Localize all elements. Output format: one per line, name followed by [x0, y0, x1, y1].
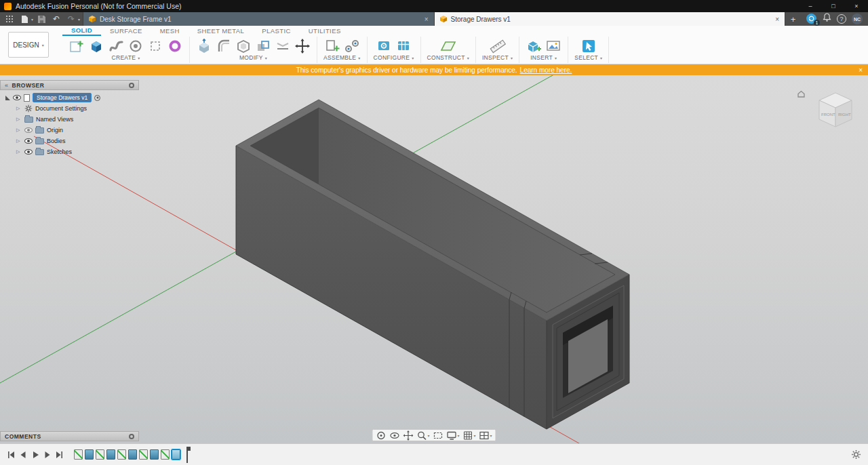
browser-item-label[interactable]: Bodies [47, 138, 66, 144]
home-view-icon[interactable] [797, 89, 806, 101]
activate-component-radio[interactable] [94, 95, 100, 101]
timeline-feature-extrude[interactable] [85, 449, 94, 460]
help-icon[interactable]: ? [837, 14, 846, 24]
timeline-play-button[interactable] [30, 449, 40, 460]
pan-icon[interactable] [401, 430, 414, 441]
coil-icon[interactable] [167, 38, 183, 54]
measure-icon[interactable] [490, 38, 506, 54]
joint-icon[interactable] [344, 38, 360, 54]
redo-caret-icon[interactable]: ▾ [78, 17, 80, 22]
group-label[interactable]: ASSEMBLE [323, 54, 356, 61]
group-label[interactable]: CREATE [112, 54, 136, 61]
workspace-selector[interactable]: DESIGN ▾ [8, 32, 49, 58]
comments-header[interactable]: COMMENTS [0, 431, 139, 441]
save-icon[interactable] [35, 13, 48, 25]
tab-solid[interactable]: SOLID [62, 26, 101, 36]
expander-icon[interactable]: ▷ [16, 127, 22, 133]
timeline-settings-gear-icon[interactable] [851, 449, 861, 462]
tab-plastic[interactable]: PLASTIC [253, 26, 299, 36]
create-sketch-icon[interactable] [68, 38, 85, 54]
document-tab-desk-storage-frame[interactable]: Desk Storage Frame v1 × [83, 12, 433, 26]
expander-icon[interactable]: ▷ [16, 149, 22, 155]
timeline-step-back-button[interactable] [18, 449, 28, 460]
undo-icon[interactable]: ↶ [50, 13, 63, 25]
tab-utilities[interactable]: UTILITIES [300, 26, 350, 36]
visibility-eye-icon[interactable] [13, 95, 21, 100]
browser-header[interactable]: « BROWSER [0, 80, 139, 90]
browser-item-bodies[interactable]: ▷ Bodies [0, 136, 139, 146]
expander-icon[interactable]: ▷ [16, 138, 22, 144]
timeline-go-to-start-button[interactable] [5, 449, 16, 460]
timeline-feature-sketch[interactable] [74, 449, 83, 460]
maximize-button[interactable]: □ [822, 0, 845, 12]
tab-close-icon[interactable]: × [425, 16, 429, 23]
box-primitive-icon[interactable] [147, 38, 163, 54]
zoom-icon[interactable]: ▾ [415, 430, 431, 441]
browser-item-origin[interactable]: ▷ Origin [0, 125, 139, 136]
combine-icon[interactable] [255, 38, 271, 54]
timeline-feature-sketch[interactable] [161, 449, 170, 460]
extrude-icon[interactable] [88, 38, 104, 54]
file-menu-icon[interactable] [18, 13, 31, 25]
orbit-icon[interactable] [374, 430, 387, 441]
redo-icon[interactable]: ↷ [64, 13, 78, 25]
timeline-feature-sketch[interactable] [96, 449, 104, 460]
panel-handle-icon[interactable] [129, 434, 134, 439]
browser-item-named-views[interactable]: ▷ Named Views [0, 114, 139, 125]
shell-icon[interactable] [235, 38, 252, 54]
revolve-icon[interactable] [127, 38, 144, 54]
visibility-eye-icon[interactable] [24, 127, 33, 133]
display-settings-icon[interactable]: ▾ [445, 430, 460, 441]
timeline-go-to-end-button[interactable] [54, 449, 64, 460]
tab-close-icon[interactable]: × [775, 16, 779, 23]
sweep-icon[interactable] [108, 38, 124, 54]
move-copy-icon[interactable] [294, 38, 311, 54]
select-cursor-icon[interactable] [580, 38, 597, 54]
timeline-feature-extrude[interactable] [128, 449, 137, 460]
panel-handle-icon[interactable] [129, 83, 134, 88]
timeline-feature-extrude[interactable] [106, 449, 115, 460]
tab-surface[interactable]: SURFACE [101, 26, 151, 36]
group-label[interactable]: INSERT [530, 54, 553, 61]
fillet-icon[interactable] [216, 38, 232, 54]
close-button[interactable]: × [845, 0, 868, 12]
visibility-eye-icon[interactable] [24, 149, 33, 155]
group-label[interactable]: INSPECT [482, 54, 509, 61]
document-tab-storage-drawers[interactable]: Storage Drawers v1 × [434, 12, 785, 26]
group-label[interactable]: CONFIGURE [374, 54, 410, 61]
group-label[interactable]: CONSTRUCT [427, 54, 465, 61]
browser-item-document-settings[interactable]: ▷ Document Settings [0, 103, 139, 114]
construction-plane-icon[interactable] [440, 38, 456, 54]
group-label[interactable]: SELECT [574, 54, 598, 61]
storage-drawers-body[interactable] [236, 100, 629, 429]
canvas-image-icon[interactable] [545, 38, 561, 54]
expander-icon[interactable]: ▷ [16, 117, 22, 122]
configure-icon[interactable] [376, 38, 392, 54]
browser-root-row[interactable]: Storage Drawers v1 [0, 92, 139, 103]
group-label[interactable]: MODIFY [239, 54, 263, 61]
fit-view-icon[interactable] [431, 430, 444, 441]
learn-more-link[interactable]: Learn more here. [520, 66, 572, 74]
insert-mesh-icon[interactable] [526, 38, 542, 54]
press-pull-icon[interactable] [196, 38, 212, 54]
tab-mesh[interactable]: MESH [151, 26, 189, 36]
modeling-viewport[interactable]: « BROWSER Storage Drawers v1 ▷ Document … [0, 75, 868, 443]
timeline-feature-sketch[interactable] [117, 449, 126, 460]
notifications-bell-icon[interactable] [823, 13, 831, 25]
timeline-feature-extrude[interactable] [172, 449, 180, 460]
new-tab-button[interactable]: + [785, 12, 801, 26]
minimize-button[interactable]: – [799, 0, 822, 12]
timeline-step-forward-button[interactable] [42, 449, 52, 460]
tab-sheet-metal[interactable]: SHEET METAL [189, 26, 254, 36]
timeline-position-marker[interactable] [184, 447, 190, 463]
browser-item-label[interactable]: Origin [47, 127, 63, 134]
job-status-button[interactable]: 1 [806, 14, 817, 24]
viewports-icon[interactable]: ▾ [478, 430, 494, 441]
browser-root-label[interactable]: Storage Drawers v1 [33, 93, 92, 102]
expander-icon[interactable]: ▷ [16, 106, 22, 111]
look-at-icon[interactable] [388, 430, 401, 441]
split-body-icon[interactable] [275, 38, 291, 54]
collapse-panel-icon[interactable]: « [5, 82, 9, 89]
browser-item-label[interactable]: Document Settings [35, 105, 87, 112]
grid-settings-icon[interactable]: ▾ [462, 430, 477, 441]
